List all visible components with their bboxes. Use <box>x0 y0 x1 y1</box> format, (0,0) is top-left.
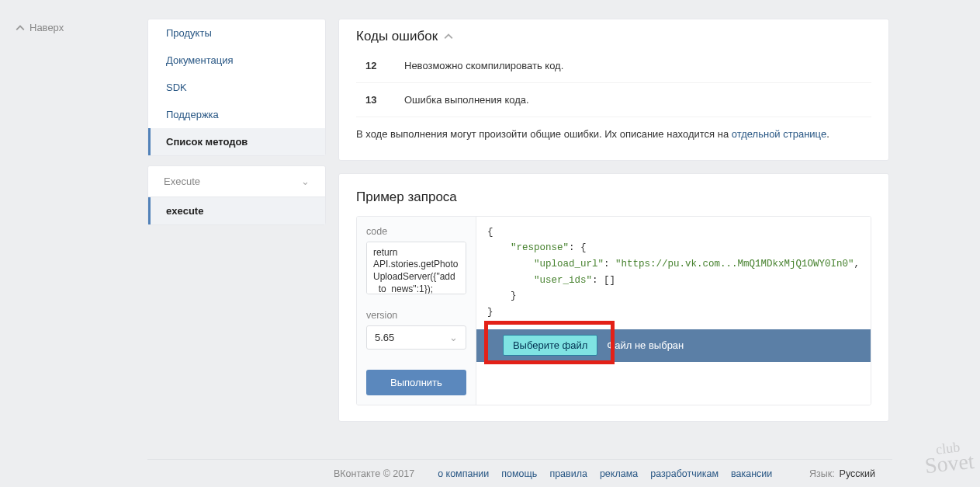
back-to-top-label: Наверх <box>29 22 64 33</box>
error-row: 12 Невозможно скомпилировать код. <box>356 49 871 83</box>
note-pre: В ходе выполнения могут произойти общие … <box>356 128 732 140</box>
footer-copyright: ВКонтакте © 2017 <box>334 468 414 479</box>
footer-link-ads[interactable]: реклама <box>600 468 638 479</box>
file-upload-status: Файл не выбран <box>607 339 684 351</box>
chevron-up-icon <box>444 32 453 41</box>
footer-link-developers[interactable]: разработчикам <box>650 468 719 479</box>
execute-button[interactable]: Выполнить <box>366 370 466 395</box>
code-input[interactable] <box>366 242 466 294</box>
error-desc: Невозможно скомпилировать код. <box>404 60 563 71</box>
nav-primary: Продукты Документация SDK Поддержка Спис… <box>147 19 326 156</box>
chevron-down-icon: ⌄ <box>449 332 458 343</box>
error-codes-section: Коды ошибок 12 Невозможно скомпилировать… <box>338 19 889 161</box>
version-select[interactable]: 5.65 ⌄ <box>366 325 466 350</box>
footer-links: о компании помощь правила реклама разраб… <box>438 468 772 479</box>
nav-item-execute[interactable]: execute <box>148 197 325 224</box>
back-to-top[interactable]: Наверх <box>16 22 64 33</box>
main-content: Коды ошибок 12 Невозможно скомпилировать… <box>338 19 889 434</box>
nav-item-documentation[interactable]: Документация <box>148 47 325 74</box>
error-desc: Ошибка выполнения кода. <box>404 94 529 106</box>
footer-link-help[interactable]: помощь <box>501 468 537 479</box>
params-column: code version 5.65 ⌄ Выполнить <box>357 217 476 405</box>
method-group-select[interactable]: Execute ⌄ <box>148 166 325 197</box>
version-label: version <box>366 310 466 321</box>
file-upload-bar: Выберите файл Файл не выбран <box>476 329 871 362</box>
request-example-section: Пример запроса code version 5.65 ⌄ Выпол… <box>338 173 889 422</box>
general-errors-link[interactable]: отдельной странице <box>732 128 826 140</box>
footer-link-about[interactable]: о компании <box>438 468 489 479</box>
error-code: 13 <box>365 94 404 106</box>
nav-secondary: Execute ⌄ execute <box>147 165 326 225</box>
note-post: . <box>826 128 829 140</box>
lang-label: Язык: <box>809 468 835 479</box>
result-column: { "response": { "upload_url": "https://p… <box>476 217 871 405</box>
footer-link-jobs[interactable]: вакансии <box>731 468 772 479</box>
request-example-title: Пример запроса <box>356 190 871 216</box>
sidebar: Продукты Документация SDK Поддержка Спис… <box>147 19 326 434</box>
footer: ВКонтакте © 2017 о компании помощь прави… <box>147 459 892 487</box>
error-row: 13 Ошибка выполнения кода. <box>356 83 871 117</box>
error-codes-title-text: Коды ошибок <box>356 29 438 44</box>
error-code: 12 <box>365 60 404 71</box>
watermark: club Sovet <box>923 440 975 476</box>
language-switcher[interactable]: Язык:Русский <box>809 468 875 479</box>
general-errors-note: В ходе выполнения могут произойти общие … <box>356 117 871 143</box>
nav-item-methods-list[interactable]: Список методов <box>148 128 325 155</box>
nav-item-sdk[interactable]: SDK <box>148 74 325 101</box>
nav-item-support[interactable]: Поддержка <box>148 101 325 128</box>
choose-file-button[interactable]: Выберите файл <box>503 335 597 356</box>
chevron-down-icon: ⌄ <box>301 176 310 187</box>
json-output: { "response": { "upload_url": "https://p… <box>487 224 860 321</box>
lang-value: Русский <box>840 468 875 479</box>
footer-link-rules[interactable]: правила <box>549 468 587 479</box>
method-group-label: Execute <box>164 176 200 187</box>
error-codes-title[interactable]: Коды ошибок <box>356 19 871 49</box>
version-value: 5.65 <box>375 332 394 343</box>
chevron-up-icon <box>16 23 25 33</box>
nav-item-products[interactable]: Продукты <box>148 19 325 47</box>
example-panel: code version 5.65 ⌄ Выполнить { "respons… <box>356 216 871 405</box>
code-label: code <box>366 226 466 237</box>
